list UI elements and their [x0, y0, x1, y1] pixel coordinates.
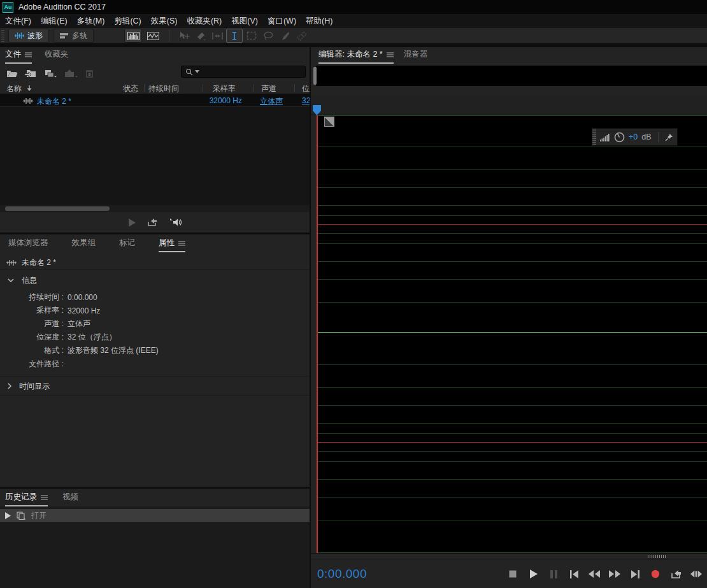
pin-icon[interactable]: [665, 133, 673, 141]
tab-editor[interactable]: 编辑器: 未命名 2 *: [318, 46, 394, 64]
column-name[interactable]: 名称: [6, 83, 22, 94]
column-separator: [144, 84, 145, 92]
scrollbar-grip-dots[interactable]: [648, 555, 666, 558]
skip-selection-button[interactable]: [690, 569, 702, 579]
marquee-selection-tool-button[interactable]: [244, 29, 259, 42]
history-item-open[interactable]: 打开: [0, 509, 310, 522]
file-bitdepth[interactable]: 32: [302, 96, 310, 105]
skip-next-button[interactable]: [629, 569, 641, 579]
menu-clip[interactable]: 剪辑(C): [114, 16, 141, 27]
record-button[interactable]: [650, 569, 661, 579]
tab-history[interactable]: 历史记录: [5, 489, 48, 506]
rewind-button[interactable]: [589, 569, 600, 579]
timeline-ruler[interactable]: [311, 96, 707, 115]
panel-menu-icon[interactable]: [41, 495, 48, 500]
file-name[interactable]: 未命名 2 *: [37, 96, 71, 107]
multitrack-icon: [59, 32, 69, 39]
info-list: 持续时间 :0:00.000 采样率 :32000 Hz 声道 :立体声 位深度…: [0, 290, 310, 371]
info-value: 立体声: [68, 319, 90, 329]
panel-menu-icon[interactable]: [387, 52, 394, 57]
slip-tool-button[interactable]: [210, 29, 225, 42]
menu-view[interactable]: 视图(V): [231, 16, 258, 27]
tab-files[interactable]: 文件: [5, 46, 32, 64]
transport-bar: 0:00.000: [311, 559, 707, 588]
playhead-line[interactable]: [317, 115, 318, 553]
tab-favorites[interactable]: 收藏夹: [45, 46, 69, 64]
tab-properties[interactable]: 属性: [159, 234, 185, 252]
auto-play-speaker-icon[interactable]: [169, 218, 182, 227]
info-section-header[interactable]: 信息: [0, 273, 310, 288]
info-row-format: 格式 :波形音频 32 位浮点 (IEEE): [0, 344, 310, 357]
play-button[interactable]: [527, 569, 539, 579]
show-waveform-button[interactable]: [124, 29, 142, 43]
menu-multitrack[interactable]: 多轨(M): [77, 16, 105, 27]
waveform-mode-button[interactable]: 波形: [8, 29, 49, 43]
tab-effects-rack[interactable]: 效果组: [72, 234, 96, 252]
fast-forward-button[interactable]: [609, 569, 620, 579]
column-status[interactable]: 状态: [123, 83, 138, 94]
import-file-icon[interactable]: [25, 69, 38, 78]
scrollbar-thumb[interactable]: [5, 206, 110, 211]
menu-window[interactable]: 窗口(W): [268, 16, 296, 27]
search-box[interactable]: [181, 66, 306, 78]
overview-left-handle[interactable]: [313, 67, 317, 85]
gain-value[interactable]: +0: [629, 133, 638, 141]
multitrack-mode-button[interactable]: 多轨: [53, 29, 94, 43]
file-row[interactable]: 未命名 2 * 32000 Hz 立体声 32: [0, 94, 310, 107]
panel-menu-icon[interactable]: [178, 241, 185, 246]
overview-navigator[interactable]: [316, 66, 707, 86]
time-selection-tool-button[interactable]: [226, 29, 243, 43]
column-bitdepth[interactable]: 位深度: [302, 83, 310, 94]
marquee-tool-icon: [246, 31, 257, 40]
waveform-canvas[interactable]: [318, 115, 707, 553]
column-separator: [203, 84, 203, 92]
time-display[interactable]: 0:00.000: [317, 567, 367, 581]
volume-hud[interactable]: +0 dB: [592, 128, 678, 146]
skip-back-button[interactable]: [568, 569, 580, 579]
menu-effects[interactable]: 效果(S): [151, 16, 178, 27]
razor-tool-button[interactable]: [193, 29, 208, 42]
info-label: 持续时间 :: [0, 292, 64, 303]
info-label: 位深度 :: [0, 332, 64, 343]
menu-file[interactable]: 文件(F): [5, 16, 31, 27]
open-file-icon[interactable]: [6, 69, 18, 78]
menu-edit[interactable]: 编辑(E): [41, 16, 68, 27]
tab-media-browser[interactable]: 媒体浏览器: [8, 234, 48, 252]
info-row-samplerate: 采样率 :32000 Hz: [0, 304, 310, 317]
column-duration[interactable]: 持续时间: [148, 83, 179, 94]
file-samplerate[interactable]: 32000 Hz: [203, 96, 242, 105]
paintbrush-tool-button[interactable]: [277, 29, 292, 42]
loop-preview-icon[interactable]: [147, 218, 158, 227]
files-horizontal-scrollbar[interactable]: [0, 205, 310, 212]
column-channels[interactable]: 声道: [261, 83, 276, 94]
panel-menu-icon[interactable]: [25, 52, 32, 57]
preview-play-icon[interactable]: [128, 219, 136, 227]
toolbar-grip[interactable]: [1, 30, 4, 42]
lasso-selection-tool-button[interactable]: [261, 29, 276, 42]
menu-help[interactable]: 帮助(H): [306, 16, 332, 27]
display-corner-widget-icon[interactable]: [324, 117, 334, 127]
move-tool-button[interactable]: [176, 29, 192, 42]
export-icon[interactable]: [64, 69, 78, 78]
loop-playback-button[interactable]: [670, 569, 682, 579]
stop-button[interactable]: [507, 569, 518, 579]
new-item-icon[interactable]: [45, 69, 57, 78]
editor-horizontal-scrollbar[interactable]: [311, 553, 707, 559]
menu-favorites[interactable]: 收藏夹(R): [187, 16, 222, 27]
spot-healing-brush-button[interactable]: [294, 29, 309, 42]
search-input[interactable]: [201, 67, 305, 77]
hud-separator: [658, 132, 659, 142]
trash-icon[interactable]: [85, 69, 94, 78]
playhead-marker[interactable]: [313, 105, 321, 115]
time-display-section-header[interactable]: 时间显示: [0, 378, 310, 394]
audio-file-icon: [23, 97, 33, 104]
tab-markers[interactable]: 标记: [119, 234, 135, 252]
gain-knob-icon[interactable]: [614, 132, 625, 143]
tab-mixer[interactable]: 混音器: [404, 46, 428, 64]
pause-button[interactable]: [548, 569, 559, 579]
tab-video[interactable]: 视频: [62, 489, 78, 506]
column-samplerate[interactable]: 采样率: [213, 83, 236, 94]
file-channels[interactable]: 立体声: [260, 96, 283, 107]
show-spectral-button[interactable]: [145, 29, 161, 42]
hud-grip[interactable]: [592, 129, 596, 145]
